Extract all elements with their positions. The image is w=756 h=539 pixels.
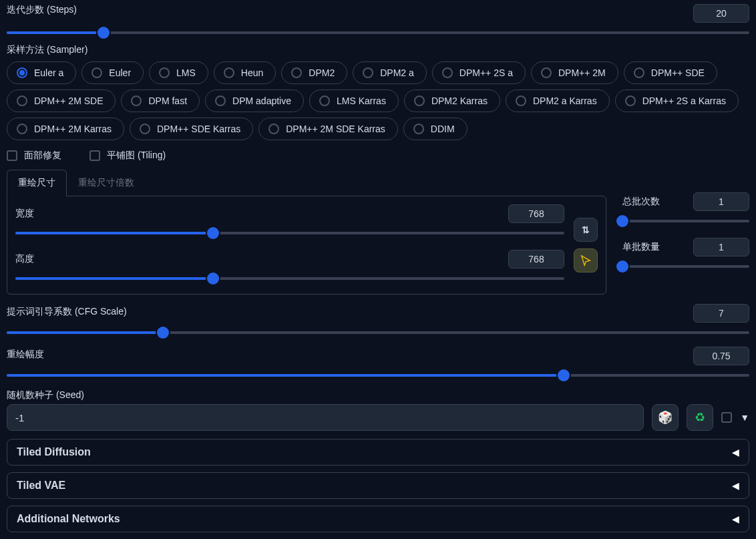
sampler-option[interactable]: Heun	[214, 61, 276, 84]
radio-icon	[140, 124, 150, 134]
expand-icon: ◀	[732, 514, 739, 524]
steps-fill	[7, 31, 104, 34]
radio-icon	[634, 67, 644, 78]
checkbox-icon	[89, 150, 100, 161]
sampler-option-label: DPM++ SDE Karras	[157, 124, 240, 134]
tab-resize[interactable]: 重绘尺寸	[7, 170, 67, 196]
sampler-option[interactable]: DPM++ SDE Karras	[130, 118, 253, 140]
sampler-option[interactable]: DDIM	[403, 118, 467, 140]
sampler-option-label: DPM++ 2S a Karras	[642, 96, 726, 106]
sampler-option-label: DPM++ 2M	[558, 67, 606, 78]
sampler-option[interactable]: DPM++ SDE	[624, 61, 717, 84]
sampler-option[interactable]: DPM2 Karras	[404, 89, 500, 112]
radio-icon	[413, 124, 424, 134]
denoise-value-box[interactable]: 0.75	[693, 347, 749, 365]
size-tabs: 重绘尺寸 重绘尺寸倍数	[7, 170, 606, 196]
dimensions-block: 宽度 768 高度 768	[15, 204, 564, 286]
sampler-option[interactable]: DPM++ 2S a Karras	[615, 89, 739, 112]
radio-icon	[268, 124, 279, 134]
radio-icon	[215, 96, 226, 106]
cfg-value-box[interactable]: 7	[693, 304, 749, 323]
reuse-seed-button[interactable]: ♻	[687, 404, 713, 431]
size-and-batch-row: 重绘尺寸 重绘尺寸倍数 宽度 768	[7, 166, 749, 295]
batch-count-value-box[interactable]: 1	[693, 192, 749, 211]
accordion-header[interactable]: Tiled Diffusion◀	[7, 439, 749, 466]
height-slider[interactable]	[15, 271, 564, 286]
width-value-box[interactable]: 768	[508, 204, 564, 223]
sampler-option-label: DPM adaptive	[232, 96, 291, 106]
recycle-icon: ♻	[695, 410, 705, 425]
radio-icon	[17, 124, 27, 134]
sampler-option[interactable]: DPM fast	[121, 89, 200, 112]
sampler-option[interactable]: DPM2 a	[353, 61, 427, 84]
steps-thumb[interactable]	[98, 27, 110, 39]
size-column: 重绘尺寸 重绘尺寸倍数 宽度 768	[7, 166, 606, 295]
dice-icon: 🎲	[658, 410, 673, 425]
batch-size-value-box[interactable]: 1	[693, 238, 749, 256]
accordion-header[interactable]: Tiled VAE◀	[7, 472, 749, 499]
sampler-section: 采样方法 (Sampler) Euler aEulerLMSHeunDPM2DP…	[7, 44, 749, 140]
denoise-slider[interactable]	[7, 368, 749, 383]
face-restore-checkbox[interactable]: 面部修复	[7, 150, 61, 162]
tiling-checkbox[interactable]: 平铺图 (Tiling)	[89, 150, 166, 162]
batch-count-slider[interactable]	[622, 214, 749, 228]
steps-slider[interactable]	[7, 25, 749, 40]
tab-resize-multiplier[interactable]: 重绘尺寸倍数	[67, 170, 146, 196]
sampler-option-label: DPM++ SDE	[651, 67, 705, 78]
batch-size-slider[interactable]	[622, 259, 749, 274]
sampler-option-label: DPM++ 2S a	[459, 67, 513, 78]
radio-icon	[516, 96, 526, 106]
expand-icon: ◀	[732, 480, 739, 491]
sampler-option[interactable]: DPM++ 2M SDE	[7, 89, 116, 112]
sampler-option[interactable]: LMS	[149, 61, 208, 84]
cfg-section: 提示词引导系数 (CFG Scale) 7	[7, 304, 749, 340]
sampler-option-label: DPM++ 2M Karras	[34, 124, 112, 134]
radio-icon	[414, 96, 425, 106]
radio-icon	[131, 96, 142, 106]
radio-icon	[363, 67, 373, 78]
sampler-option-label: DPM++ 2M SDE	[34, 96, 103, 106]
sampler-option[interactable]: Euler a	[7, 61, 76, 84]
checkbox-row: 面部修复 平铺图 (Tiling)	[7, 150, 749, 162]
radio-icon	[291, 67, 302, 78]
width-label: 宽度	[15, 208, 34, 220]
denoise-section: 重绘幅度 0.75	[7, 347, 749, 383]
radio-icon	[541, 67, 552, 78]
radio-icon	[17, 96, 27, 106]
steps-section: 迭代步数 (Steps) 20	[7, 4, 749, 40]
sampler-option[interactable]: DPM++ 2M SDE Karras	[258, 118, 398, 140]
sampler-option-label: DPM2 a	[380, 67, 414, 78]
random-seed-button[interactable]: 🎲	[652, 404, 679, 431]
sampler-option[interactable]: LMS Karras	[309, 89, 399, 112]
sampler-option-label: DPM2 Karras	[431, 96, 488, 106]
batch-size-block: 单批数量 1	[622, 238, 749, 274]
steps-label: 迭代步数 (Steps)	[7, 4, 77, 16]
width-slider[interactable]	[15, 226, 564, 240]
accordion-header[interactable]: Additional Networks◀	[7, 506, 749, 532]
swap-dimensions-button[interactable]: ⇅	[574, 218, 598, 242]
radio-icon	[17, 67, 27, 78]
sampler-option[interactable]: DPM2 a Karras	[506, 89, 610, 112]
sampler-option[interactable]: DPM++ 2M	[531, 61, 618, 84]
sampler-option-label: DPM2	[309, 67, 335, 78]
accordion-title: Tiled VAE	[17, 480, 65, 492]
batch-size-label: 单批数量	[622, 241, 660, 253]
cfg-label: 提示词引导系数 (CFG Scale)	[7, 306, 127, 318]
sampler-option[interactable]: DPM adaptive	[205, 89, 304, 112]
sampler-option-label: LMS	[176, 67, 196, 78]
height-value-box[interactable]: 768	[508, 250, 564, 268]
sampler-option[interactable]: DPM++ 2M Karras	[7, 118, 124, 140]
triangle-tool-button[interactable]	[574, 248, 598, 273]
steps-value-box[interactable]: 20	[693, 4, 749, 23]
cfg-slider[interactable]	[7, 325, 749, 340]
sampler-option-label: Euler a	[34, 67, 63, 78]
seed-dropdown-caret[interactable]: ▼	[740, 412, 749, 423]
sampler-option[interactable]: Euler	[81, 61, 144, 84]
radio-icon	[442, 67, 453, 78]
accordion-list: Tiled Diffusion◀Tiled VAE◀Additional Net…	[7, 439, 749, 539]
seed-section: 随机数种子 (Seed) 🎲 ♻ ▼	[7, 389, 749, 431]
sampler-option[interactable]: DPM2	[281, 61, 347, 84]
sampler-option[interactable]: DPM++ 2S a	[432, 61, 526, 84]
seed-extra-checkbox[interactable]	[721, 412, 732, 423]
seed-input[interactable]	[7, 404, 644, 431]
